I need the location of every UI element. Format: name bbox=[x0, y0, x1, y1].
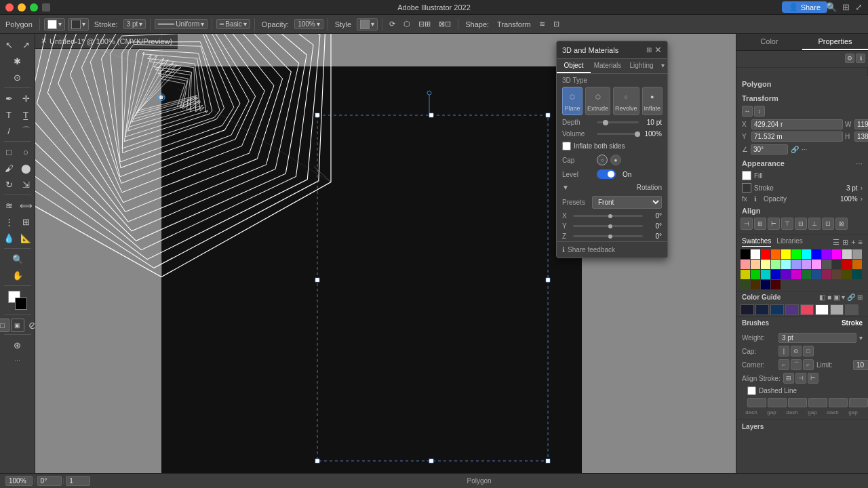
swatch-20[interactable] bbox=[822, 260, 831, 269]
cap-open[interactable]: ○ bbox=[597, 155, 608, 165]
swatch-25[interactable] bbox=[751, 270, 760, 279]
p3d-type-inflate[interactable]: ● Inflate bbox=[642, 87, 663, 115]
p3d-rotation-header[interactable]: ▼ Rotation bbox=[557, 181, 667, 194]
dashed-checkbox[interactable] bbox=[747, 386, 756, 395]
corner-round[interactable]: ⌒ bbox=[791, 359, 802, 370]
swatch-4[interactable] bbox=[781, 249, 791, 259]
cap-round[interactable]: ⊙ bbox=[791, 346, 802, 357]
transform-flip-v[interactable]: ↕ bbox=[754, 106, 765, 117]
y-rot-thumb[interactable] bbox=[608, 224, 612, 228]
cg-swatch-3[interactable] bbox=[785, 304, 799, 315]
none-color-btn[interactable]: ⊘ bbox=[26, 319, 36, 332]
perspective-icon[interactable]: ⬡ bbox=[401, 18, 413, 30]
eyedropper-tool[interactable]: 💧 bbox=[1, 230, 16, 245]
tf-x-input[interactable] bbox=[751, 119, 843, 129]
cg-swatch-0[interactable] bbox=[741, 304, 754, 315]
fullscreen-icon[interactable]: ⤢ bbox=[855, 2, 863, 12]
limit-input[interactable] bbox=[853, 360, 868, 370]
hand-tool[interactable]: ✋ bbox=[10, 268, 25, 283]
presets-dropdown[interactable]: Front bbox=[592, 196, 662, 209]
stroke-swatch[interactable] bbox=[742, 183, 751, 192]
swatch-2[interactable] bbox=[761, 249, 770, 259]
swatch-33[interactable] bbox=[832, 270, 842, 279]
lasso-tool[interactable]: ⊙ bbox=[10, 70, 25, 85]
p3d-type-revolve[interactable]: ○ Revolve bbox=[613, 87, 639, 115]
ellipse-tool[interactable]: ○ bbox=[18, 144, 33, 159]
swatch-29[interactable] bbox=[791, 270, 801, 279]
swatch-27[interactable] bbox=[771, 270, 781, 279]
maximize-window-button[interactable] bbox=[30, 3, 38, 12]
swatch-14[interactable] bbox=[761, 260, 770, 269]
gap1[interactable] bbox=[768, 398, 787, 407]
swatch-24[interactable] bbox=[741, 270, 750, 279]
swatch-6[interactable] bbox=[802, 249, 811, 259]
panel-icon-1[interactable]: ⚙ bbox=[845, 54, 854, 63]
align-stroke-center[interactable]: ⊟ bbox=[783, 373, 794, 384]
cap-closed[interactable]: ● bbox=[610, 155, 621, 165]
window-btn[interactable] bbox=[42, 3, 50, 12]
warp-icon[interactable]: ≋ bbox=[536, 18, 548, 30]
direct-selection-tool[interactable]: ↗ bbox=[18, 37, 33, 52]
cap-butt[interactable]: | bbox=[778, 346, 789, 357]
swatch-1[interactable] bbox=[751, 249, 760, 259]
tf-w-input[interactable] bbox=[854, 119, 868, 129]
share-feedback[interactable]: ℹ Share feedback bbox=[557, 241, 667, 258]
swatch-37[interactable] bbox=[751, 280, 760, 289]
background-color[interactable] bbox=[15, 298, 27, 310]
swatch-12[interactable] bbox=[741, 260, 750, 269]
stroke-val[interactable]: 3 pt ▾ bbox=[123, 19, 146, 29]
share-button[interactable]: 👤 Share bbox=[782, 1, 827, 13]
align-stroke-inside[interactable]: ⊣ bbox=[795, 373, 806, 384]
selection-tool[interactable]: ↖ bbox=[1, 37, 16, 52]
gap2[interactable] bbox=[808, 398, 827, 407]
swatch-23[interactable] bbox=[852, 260, 862, 269]
profile-selector[interactable]: ━━━━ Uniform ▾ bbox=[155, 19, 208, 29]
style-selector[interactable]: ▾ bbox=[357, 18, 378, 30]
dist-v[interactable]: ⊠ bbox=[835, 218, 848, 230]
cg-swatch-7[interactable] bbox=[845, 304, 859, 315]
x-rot-thumb[interactable] bbox=[608, 214, 612, 218]
brush-selector[interactable]: ━ Basic ▾ bbox=[216, 19, 250, 29]
z-rot-thumb[interactable] bbox=[608, 235, 612, 239]
angle-status[interactable] bbox=[37, 476, 62, 486]
swatch-10[interactable] bbox=[842, 249, 852, 259]
swatch-30[interactable] bbox=[802, 270, 811, 279]
swatch-31[interactable] bbox=[812, 270, 821, 279]
swatch-13[interactable] bbox=[751, 260, 760, 269]
opacity-arrow[interactable]: › bbox=[861, 195, 863, 203]
depth-slider[interactable] bbox=[597, 121, 639, 123]
fill-swatch[interactable] bbox=[742, 171, 751, 180]
stroke-weight-chevron[interactable]: ▾ bbox=[859, 334, 863, 342]
cg-icon3[interactable]: ▣ bbox=[833, 293, 840, 301]
swatch-17[interactable] bbox=[791, 260, 801, 269]
swatch-15[interactable] bbox=[771, 260, 781, 269]
dash2[interactable] bbox=[788, 398, 807, 407]
tf-h-input[interactable] bbox=[854, 131, 868, 142]
swatch-add[interactable]: + bbox=[851, 238, 855, 247]
transform-flip-h[interactable]: ↔ bbox=[742, 106, 753, 117]
arc-tool[interactable]: ⌒ bbox=[18, 123, 33, 138]
rect-tool[interactable]: □ bbox=[1, 144, 16, 159]
more-tools[interactable]: ··· bbox=[14, 356, 20, 364]
libraries-tab[interactable]: Libraries bbox=[776, 237, 802, 247]
swatch-8[interactable] bbox=[822, 249, 831, 259]
cap-square[interactable]: □ bbox=[803, 346, 814, 357]
x-rot-slider[interactable] bbox=[573, 215, 643, 217]
align-left[interactable]: ⊣ bbox=[741, 218, 753, 230]
rotate-tool[interactable]: ↻ bbox=[1, 177, 16, 192]
p3d-tab-lighting[interactable]: Lighting bbox=[625, 59, 658, 73]
width-tool[interactable]: ⟺ bbox=[18, 198, 33, 213]
align-stroke-outside[interactable]: ⊢ bbox=[808, 373, 818, 384]
cg-swatch-5[interactable] bbox=[815, 304, 829, 315]
swatch-26[interactable] bbox=[761, 270, 770, 279]
cg-swatch-4[interactable] bbox=[800, 304, 814, 315]
y-rot-slider[interactable] bbox=[573, 225, 643, 227]
swatch-9[interactable] bbox=[832, 249, 842, 259]
rotate3d-icon[interactable]: ⟳ bbox=[387, 18, 398, 30]
paintbrush-tool[interactable]: 🖌 bbox=[1, 161, 16, 176]
swatch-16[interactable] bbox=[781, 260, 791, 269]
cg-swatch-1[interactable] bbox=[755, 304, 769, 315]
swatch-35[interactable] bbox=[852, 270, 862, 279]
stroke-weight-input[interactable] bbox=[778, 333, 856, 343]
align-top[interactable]: ⊤ bbox=[781, 218, 793, 230]
